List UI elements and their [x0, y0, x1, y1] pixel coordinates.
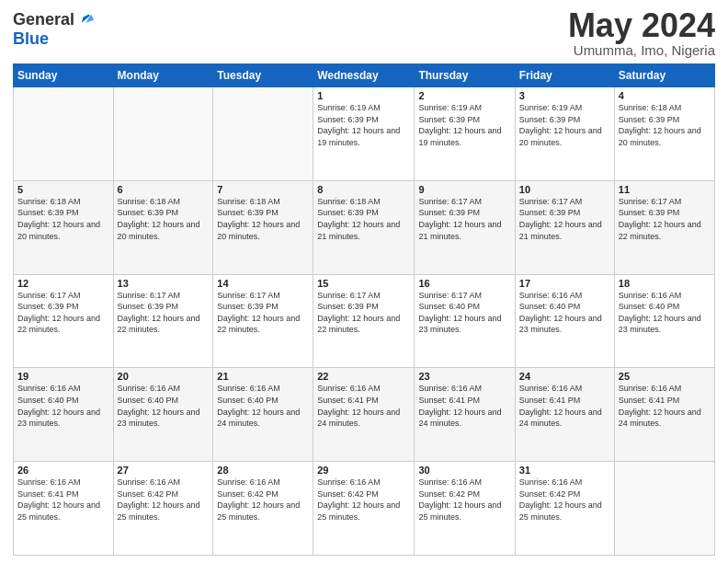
day-number: 14: [217, 278, 309, 289]
day-info: Sunrise: 6:18 AM Sunset: 6:39 PM Dayligh…: [619, 102, 711, 148]
calendar-cell: 31Sunrise: 6:16 AM Sunset: 6:42 PM Dayli…: [515, 462, 614, 556]
day-info: Sunrise: 6:16 AM Sunset: 6:41 PM Dayligh…: [17, 477, 109, 523]
day-number: 22: [317, 371, 410, 382]
day-number: 1: [317, 90, 410, 101]
day-info: Sunrise: 6:16 AM Sunset: 6:42 PM Dayligh…: [418, 477, 510, 523]
day-info: Sunrise: 6:16 AM Sunset: 6:41 PM Dayligh…: [619, 383, 711, 429]
day-info: Sunrise: 6:16 AM Sunset: 6:40 PM Dayligh…: [118, 383, 210, 429]
day-number: 3: [519, 90, 610, 101]
day-info: Sunrise: 6:17 AM Sunset: 6:39 PM Dayligh…: [217, 290, 309, 336]
day-number: 4: [619, 90, 711, 101]
calendar-cell: 6Sunrise: 6:18 AM Sunset: 6:39 PM Daylig…: [113, 180, 213, 274]
day-info: Sunrise: 6:19 AM Sunset: 6:39 PM Dayligh…: [418, 102, 510, 148]
calendar-cell: [614, 462, 714, 556]
weekday-header-wednesday: Wednesday: [313, 64, 415, 87]
day-number: 29: [317, 465, 410, 476]
calendar-cell: 14Sunrise: 6:17 AM Sunset: 6:39 PM Dayli…: [213, 274, 313, 368]
day-number: 12: [17, 278, 109, 289]
day-info: Sunrise: 6:17 AM Sunset: 6:39 PM Dayligh…: [118, 290, 210, 336]
day-number: 27: [118, 465, 210, 476]
logo-general-text: General: [13, 10, 74, 29]
day-number: 10: [519, 184, 610, 195]
day-info: Sunrise: 6:18 AM Sunset: 6:39 PM Dayligh…: [17, 196, 109, 242]
day-info: Sunrise: 6:16 AM Sunset: 6:41 PM Dayligh…: [317, 383, 410, 429]
day-info: Sunrise: 6:17 AM Sunset: 6:39 PM Dayligh…: [519, 196, 610, 242]
calendar-cell: 4Sunrise: 6:18 AM Sunset: 6:39 PM Daylig…: [614, 87, 714, 181]
calendar-cell: 29Sunrise: 6:16 AM Sunset: 6:42 PM Dayli…: [313, 462, 415, 556]
calendar-cell: 19Sunrise: 6:16 AM Sunset: 6:40 PM Dayli…: [14, 368, 114, 462]
day-number: 11: [619, 184, 711, 195]
day-number: 30: [418, 465, 510, 476]
day-number: 17: [519, 278, 610, 289]
day-info: Sunrise: 6:16 AM Sunset: 6:42 PM Dayligh…: [118, 477, 210, 523]
day-info: Sunrise: 6:17 AM Sunset: 6:39 PM Dayligh…: [619, 196, 711, 242]
calendar-cell: 17Sunrise: 6:16 AM Sunset: 6:40 PM Dayli…: [515, 274, 614, 368]
day-info: Sunrise: 6:18 AM Sunset: 6:39 PM Dayligh…: [118, 196, 210, 242]
calendar-cell: 10Sunrise: 6:17 AM Sunset: 6:39 PM Dayli…: [515, 180, 614, 274]
calendar-cell: 30Sunrise: 6:16 AM Sunset: 6:42 PM Dayli…: [415, 462, 515, 556]
calendar-cell: 15Sunrise: 6:17 AM Sunset: 6:39 PM Dayli…: [313, 274, 415, 368]
month-title: May 2024: [568, 9, 715, 42]
day-number: 24: [519, 371, 610, 382]
calendar-cell: 9Sunrise: 6:17 AM Sunset: 6:39 PM Daylig…: [415, 180, 515, 274]
week-row-2: 5Sunrise: 6:18 AM Sunset: 6:39 PM Daylig…: [14, 180, 715, 274]
week-row-4: 19Sunrise: 6:16 AM Sunset: 6:40 PM Dayli…: [14, 368, 715, 462]
calendar-cell: 16Sunrise: 6:17 AM Sunset: 6:40 PM Dayli…: [415, 274, 515, 368]
day-info: Sunrise: 6:16 AM Sunset: 6:42 PM Dayligh…: [317, 477, 410, 523]
calendar-cell: 23Sunrise: 6:16 AM Sunset: 6:41 PM Dayli…: [415, 368, 515, 462]
weekday-header-friday: Friday: [515, 64, 614, 87]
weekday-header-monday: Monday: [113, 64, 213, 87]
day-number: 31: [519, 465, 610, 476]
week-row-1: 1Sunrise: 6:19 AM Sunset: 6:39 PM Daylig…: [14, 87, 715, 181]
calendar-cell: 5Sunrise: 6:18 AM Sunset: 6:39 PM Daylig…: [14, 180, 114, 274]
calendar-table: SundayMondayTuesdayWednesdayThursdayFrid…: [13, 63, 715, 556]
day-number: 7: [217, 184, 309, 195]
logo: General Blue: [13, 9, 97, 49]
day-number: 19: [17, 371, 109, 382]
day-number: 15: [317, 278, 410, 289]
calendar-cell: 8Sunrise: 6:18 AM Sunset: 6:39 PM Daylig…: [313, 180, 415, 274]
day-number: 2: [418, 90, 510, 101]
weekday-header-row: SundayMondayTuesdayWednesdayThursdayFrid…: [14, 64, 715, 87]
day-info: Sunrise: 6:16 AM Sunset: 6:40 PM Dayligh…: [619, 290, 711, 336]
day-info: Sunrise: 6:16 AM Sunset: 6:41 PM Dayligh…: [519, 383, 610, 429]
calendar-cell: 13Sunrise: 6:17 AM Sunset: 6:39 PM Dayli…: [113, 274, 213, 368]
calendar-cell: 25Sunrise: 6:16 AM Sunset: 6:41 PM Dayli…: [614, 368, 714, 462]
calendar-cell: [213, 87, 313, 181]
week-row-3: 12Sunrise: 6:17 AM Sunset: 6:39 PM Dayli…: [14, 274, 715, 368]
day-info: Sunrise: 6:16 AM Sunset: 6:40 PM Dayligh…: [217, 383, 309, 429]
day-number: 8: [317, 184, 410, 195]
calendar-cell: 18Sunrise: 6:16 AM Sunset: 6:40 PM Dayli…: [614, 274, 714, 368]
header: General Blue May 2024 Umumma, Imo, Niger…: [13, 9, 715, 58]
day-info: Sunrise: 6:17 AM Sunset: 6:39 PM Dayligh…: [418, 196, 510, 242]
weekday-header-saturday: Saturday: [614, 64, 714, 87]
day-info: Sunrise: 6:16 AM Sunset: 6:40 PM Dayligh…: [17, 383, 109, 429]
day-number: 6: [118, 184, 210, 195]
day-number: 21: [217, 371, 309, 382]
day-info: Sunrise: 6:16 AM Sunset: 6:42 PM Dayligh…: [217, 477, 309, 523]
day-number: 13: [118, 278, 210, 289]
day-number: 5: [17, 184, 109, 195]
day-number: 16: [418, 278, 510, 289]
logo-blue-text: Blue: [13, 29, 49, 48]
calendar-cell: 21Sunrise: 6:16 AM Sunset: 6:40 PM Dayli…: [213, 368, 313, 462]
day-info: Sunrise: 6:16 AM Sunset: 6:42 PM Dayligh…: [519, 477, 610, 523]
day-number: 20: [118, 371, 210, 382]
day-number: 9: [418, 184, 510, 195]
day-number: 26: [17, 465, 109, 476]
weekday-header-tuesday: Tuesday: [213, 64, 313, 87]
calendar-cell: 1Sunrise: 6:19 AM Sunset: 6:39 PM Daylig…: [313, 87, 415, 181]
calendar-cell: [113, 87, 213, 181]
logo-bird-icon: [76, 9, 97, 29]
title-block: May 2024 Umumma, Imo, Nigeria: [568, 9, 715, 58]
day-info: Sunrise: 6:16 AM Sunset: 6:41 PM Dayligh…: [418, 383, 510, 429]
day-number: 28: [217, 465, 309, 476]
week-row-5: 26Sunrise: 6:16 AM Sunset: 6:41 PM Dayli…: [14, 462, 715, 556]
day-info: Sunrise: 6:17 AM Sunset: 6:39 PM Dayligh…: [317, 290, 410, 336]
day-number: 18: [619, 278, 711, 289]
weekday-header-sunday: Sunday: [14, 64, 114, 87]
day-info: Sunrise: 6:19 AM Sunset: 6:39 PM Dayligh…: [519, 102, 610, 148]
page: General Blue May 2024 Umumma, Imo, Niger…: [0, 0, 728, 563]
calendar-cell: 7Sunrise: 6:18 AM Sunset: 6:39 PM Daylig…: [213, 180, 313, 274]
calendar-cell: 20Sunrise: 6:16 AM Sunset: 6:40 PM Dayli…: [113, 368, 213, 462]
